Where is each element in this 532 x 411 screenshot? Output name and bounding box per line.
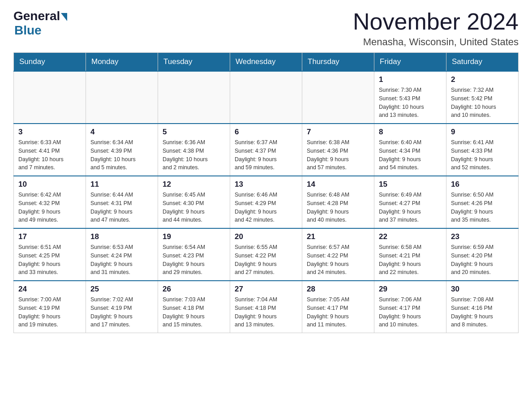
day-number: 4 — [90, 128, 153, 137]
calendar-cell: 6Sunrise: 6:37 AM Sunset: 4:37 PM Daylig… — [230, 124, 302, 176]
calendar-cell: 11Sunrise: 6:44 AM Sunset: 4:31 PM Dayli… — [86, 176, 158, 228]
day-number: 5 — [163, 128, 225, 137]
logo-general-text: General — [13, 9, 60, 23]
day-info: Sunrise: 6:55 AM Sunset: 4:22 PM Dayligh… — [235, 243, 297, 277]
calendar-cell: 8Sunrise: 6:40 AM Sunset: 4:34 PM Daylig… — [374, 124, 446, 176]
calendar-cell: 4Sunrise: 6:34 AM Sunset: 4:39 PM Daylig… — [86, 124, 158, 176]
day-info: Sunrise: 6:54 AM Sunset: 4:23 PM Dayligh… — [163, 243, 225, 277]
calendar-cell: 26Sunrise: 7:03 AM Sunset: 4:18 PM Dayli… — [158, 281, 230, 333]
calendar-cell: 29Sunrise: 7:06 AM Sunset: 4:17 PM Dayli… — [374, 281, 446, 333]
day-number: 10 — [18, 180, 81, 189]
day-number: 30 — [451, 285, 514, 294]
calendar-header-row: SundayMondayTuesdayWednesdayThursdayFrid… — [14, 53, 519, 72]
day-number: 7 — [307, 128, 369, 137]
day-number: 22 — [379, 232, 442, 241]
day-info: Sunrise: 6:40 AM Sunset: 4:34 PM Dayligh… — [379, 138, 442, 172]
day-info: Sunrise: 7:05 AM Sunset: 4:17 PM Dayligh… — [307, 295, 369, 329]
week-row-5: 24Sunrise: 7:00 AM Sunset: 4:19 PM Dayli… — [14, 281, 519, 333]
calendar-cell: 2Sunrise: 7:32 AM Sunset: 5:42 PM Daylig… — [446, 71, 519, 124]
day-info: Sunrise: 7:03 AM Sunset: 4:18 PM Dayligh… — [163, 295, 225, 329]
calendar-cell: 15Sunrise: 6:49 AM Sunset: 4:27 PM Dayli… — [374, 176, 446, 228]
day-number: 1 — [379, 75, 442, 84]
calendar-cell: 16Sunrise: 6:50 AM Sunset: 4:26 PM Dayli… — [446, 176, 519, 228]
day-number: 13 — [235, 180, 297, 189]
day-number: 19 — [163, 232, 225, 241]
title-block: November 2024 Menasha, Wisconsin, United… — [353, 9, 519, 48]
calendar-cell: 22Sunrise: 6:58 AM Sunset: 4:21 PM Dayli… — [374, 228, 446, 281]
calendar-cell: 21Sunrise: 6:57 AM Sunset: 4:22 PM Dayli… — [302, 228, 374, 281]
day-number: 29 — [379, 285, 442, 294]
day-info: Sunrise: 6:37 AM Sunset: 4:37 PM Dayligh… — [235, 138, 297, 172]
weekday-header-sunday: Sunday — [14, 53, 86, 72]
calendar-table: SundayMondayTuesdayWednesdayThursdayFrid… — [13, 52, 519, 333]
calendar-cell: 24Sunrise: 7:00 AM Sunset: 4:19 PM Dayli… — [14, 281, 86, 333]
day-info: Sunrise: 6:48 AM Sunset: 4:28 PM Dayligh… — [307, 191, 369, 224]
day-info: Sunrise: 7:08 AM Sunset: 4:16 PM Dayligh… — [451, 295, 514, 329]
day-number: 11 — [90, 180, 153, 189]
week-row-2: 3Sunrise: 6:33 AM Sunset: 4:41 PM Daylig… — [14, 124, 519, 176]
page-header: General Blue November 2024 Menasha, Wisc… — [13, 9, 519, 48]
day-number: 28 — [307, 285, 369, 294]
day-number: 21 — [307, 232, 369, 241]
day-info: Sunrise: 6:38 AM Sunset: 4:36 PM Dayligh… — [307, 138, 369, 172]
calendar-cell: 30Sunrise: 7:08 AM Sunset: 4:16 PM Dayli… — [446, 281, 519, 333]
day-info: Sunrise: 6:49 AM Sunset: 4:27 PM Dayligh… — [379, 191, 442, 224]
day-info: Sunrise: 6:50 AM Sunset: 4:26 PM Dayligh… — [451, 191, 514, 224]
day-info: Sunrise: 7:06 AM Sunset: 4:17 PM Dayligh… — [379, 295, 442, 329]
day-number: 6 — [235, 128, 297, 137]
logo-blue-text: Blue — [14, 23, 42, 38]
calendar-cell — [14, 71, 86, 124]
day-number: 17 — [18, 232, 81, 241]
day-info: Sunrise: 6:34 AM Sunset: 4:39 PM Dayligh… — [90, 138, 153, 172]
day-info: Sunrise: 6:51 AM Sunset: 4:25 PM Dayligh… — [18, 243, 81, 277]
week-row-3: 10Sunrise: 6:42 AM Sunset: 4:32 PM Dayli… — [14, 176, 519, 228]
weekday-header-saturday: Saturday — [446, 53, 519, 72]
day-number: 15 — [379, 180, 442, 189]
weekday-header-tuesday: Tuesday — [158, 53, 230, 72]
day-number: 12 — [163, 180, 225, 189]
day-info: Sunrise: 6:42 AM Sunset: 4:32 PM Dayligh… — [18, 191, 81, 224]
day-info: Sunrise: 6:36 AM Sunset: 4:38 PM Dayligh… — [163, 138, 225, 172]
day-info: Sunrise: 6:59 AM Sunset: 4:20 PM Dayligh… — [451, 243, 514, 277]
day-number: 3 — [18, 128, 81, 137]
calendar-cell: 14Sunrise: 6:48 AM Sunset: 4:28 PM Dayli… — [302, 176, 374, 228]
calendar-cell: 27Sunrise: 7:04 AM Sunset: 4:18 PM Dayli… — [230, 281, 302, 333]
day-info: Sunrise: 7:30 AM Sunset: 5:43 PM Dayligh… — [379, 86, 442, 120]
calendar-cell — [302, 71, 374, 124]
calendar-cell: 5Sunrise: 6:36 AM Sunset: 4:38 PM Daylig… — [158, 124, 230, 176]
day-info: Sunrise: 6:46 AM Sunset: 4:29 PM Dayligh… — [235, 191, 297, 224]
calendar-cell: 7Sunrise: 6:38 AM Sunset: 4:36 PM Daylig… — [302, 124, 374, 176]
calendar-cell: 3Sunrise: 6:33 AM Sunset: 4:41 PM Daylig… — [14, 124, 86, 176]
weekday-header-thursday: Thursday — [302, 53, 374, 72]
calendar-cell: 1Sunrise: 7:30 AM Sunset: 5:43 PM Daylig… — [374, 71, 446, 124]
calendar-cell: 28Sunrise: 7:05 AM Sunset: 4:17 PM Dayli… — [302, 281, 374, 333]
calendar-cell: 17Sunrise: 6:51 AM Sunset: 4:25 PM Dayli… — [14, 228, 86, 281]
day-number: 26 — [163, 285, 225, 294]
day-number: 2 — [451, 75, 514, 84]
calendar-cell: 20Sunrise: 6:55 AM Sunset: 4:22 PM Dayli… — [230, 228, 302, 281]
calendar-cell: 25Sunrise: 7:02 AM Sunset: 4:19 PM Dayli… — [86, 281, 158, 333]
calendar-cell: 19Sunrise: 6:54 AM Sunset: 4:23 PM Dayli… — [158, 228, 230, 281]
calendar-cell: 12Sunrise: 6:45 AM Sunset: 4:30 PM Dayli… — [158, 176, 230, 228]
day-number: 14 — [307, 180, 369, 189]
day-info: Sunrise: 7:02 AM Sunset: 4:19 PM Dayligh… — [90, 295, 153, 329]
weekday-header-friday: Friday — [374, 53, 446, 72]
calendar-cell — [230, 71, 302, 124]
logo: General Blue — [13, 9, 67, 38]
location-title: Menasha, Wisconsin, United States — [353, 36, 519, 48]
weekday-header-wednesday: Wednesday — [230, 53, 302, 72]
week-row-4: 17Sunrise: 6:51 AM Sunset: 4:25 PM Dayli… — [14, 228, 519, 281]
day-number: 8 — [379, 128, 442, 137]
day-info: Sunrise: 6:45 AM Sunset: 4:30 PM Dayligh… — [163, 191, 225, 224]
day-number: 23 — [451, 232, 514, 241]
day-number: 25 — [90, 285, 153, 294]
calendar-cell — [86, 71, 158, 124]
calendar-cell: 23Sunrise: 6:59 AM Sunset: 4:20 PM Dayli… — [446, 228, 519, 281]
day-info: Sunrise: 7:32 AM Sunset: 5:42 PM Dayligh… — [451, 86, 514, 120]
day-info: Sunrise: 6:53 AM Sunset: 4:24 PM Dayligh… — [90, 243, 153, 277]
day-info: Sunrise: 6:44 AM Sunset: 4:31 PM Dayligh… — [90, 191, 153, 224]
day-info: Sunrise: 6:33 AM Sunset: 4:41 PM Dayligh… — [18, 138, 81, 172]
weekday-header-monday: Monday — [86, 53, 158, 72]
day-info: Sunrise: 6:57 AM Sunset: 4:22 PM Dayligh… — [307, 243, 369, 277]
day-info: Sunrise: 6:41 AM Sunset: 4:33 PM Dayligh… — [451, 138, 514, 172]
